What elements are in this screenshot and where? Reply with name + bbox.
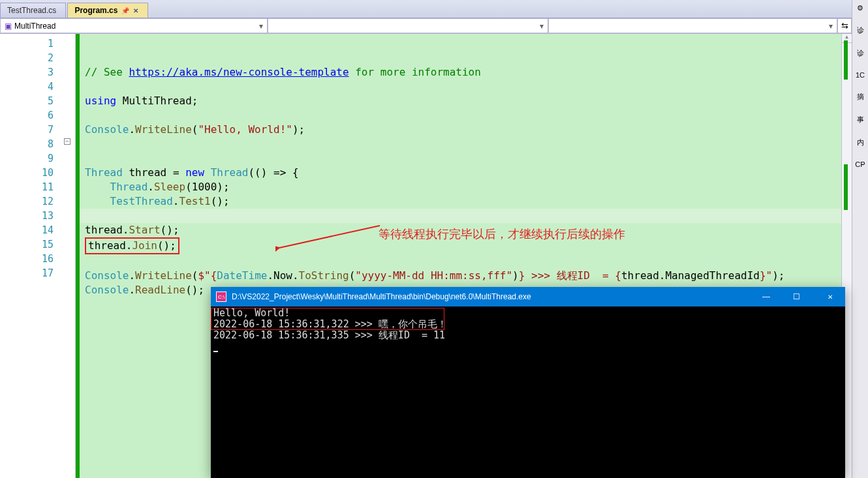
- line-number: 1: [0, 37, 54, 51]
- close-icon[interactable]: ✕: [133, 7, 138, 14]
- line-number: 12: [0, 194, 54, 209]
- line-number: 11: [0, 180, 54, 194]
- line-number: 10: [0, 166, 54, 180]
- nav-dropdown-row: ▣MultiThread▾ ▾ ▾ ⇆: [0, 18, 852, 34]
- tab-label: Program.cs: [74, 6, 117, 15]
- minimize-button[interactable]: —: [751, 287, 781, 306]
- annotation-text: 等待线程执行完毕以后，才继续执行后续的操作: [379, 227, 625, 241]
- side-tab[interactable]: 事: [857, 115, 864, 125]
- side-tab[interactable]: 诊: [857, 25, 864, 35]
- chevron-down-icon: ▾: [259, 22, 263, 31]
- chevron-down-icon: ▾: [829, 22, 833, 31]
- side-tab[interactable]: 诊: [857, 48, 864, 58]
- line-number: 14: [0, 223, 54, 237]
- line-number-gutter: 1234567891011121314151617: [0, 34, 61, 478]
- line-number: 3: [0, 65, 54, 80]
- url-link[interactable]: https://aka.ms/new-console-template: [129, 66, 349, 78]
- line-number: 17: [0, 266, 54, 280]
- line-number: 7: [0, 123, 54, 137]
- maximize-button[interactable]: ☐: [781, 287, 811, 306]
- member-dropdown[interactable]: ▾: [548, 18, 837, 33]
- highlight-box: [211, 308, 444, 330]
- type-dropdown[interactable]: ▾: [268, 18, 548, 33]
- line-number: 2: [0, 51, 54, 65]
- tab-testthread[interactable]: TestThread.cs: [0, 3, 66, 18]
- console-output[interactable]: Hello, World! 2022-06-18 15:36:31,322 >>…: [211, 306, 845, 478]
- line-number: 8: [0, 137, 54, 151]
- side-tab[interactable]: CP: [855, 160, 865, 168]
- comment: // See https://aka.ms/new-console-templa…: [85, 66, 481, 78]
- console-titlebar[interactable]: C:\ D:\VS2022_Project\Wesky\MultiThread\…: [211, 287, 845, 306]
- tab-strip: TestThread.cs Program.cs📌✕: [0, 0, 852, 18]
- change-mark: [844, 40, 848, 80]
- side-tab[interactable]: 内: [857, 138, 864, 147]
- console-window: C:\ D:\VS2022_Project\Wesky\MultiThread\…: [211, 287, 845, 478]
- tab-label: TestThread.cs: [7, 6, 56, 15]
- line-number: 16: [0, 252, 54, 266]
- console-line: 2022-06-18 15:36:31,335 >>> 线程ID = 11: [213, 329, 445, 341]
- project-name: MultiThread: [14, 22, 55, 31]
- line-number: 6: [0, 108, 54, 123]
- close-button[interactable]: ✕: [815, 287, 845, 306]
- cursor: [213, 351, 218, 352]
- line-number: 15: [0, 237, 54, 252]
- split-icon[interactable]: ⇆: [837, 18, 852, 33]
- fold-toggle[interactable]: −: [64, 138, 70, 145]
- change-mark: [844, 164, 848, 210]
- line-number: 13: [0, 209, 54, 223]
- line-number: 5: [0, 94, 54, 108]
- highlighted-statement: thread.Join();: [85, 237, 179, 254]
- app-icon: C:\: [216, 291, 226, 302]
- side-tab[interactable]: 摘: [857, 92, 864, 102]
- tab-program[interactable]: Program.cs📌✕: [67, 3, 148, 18]
- side-tab[interactable]: 1C: [856, 71, 865, 79]
- console-title: D:\VS2022_Project\Wesky\MultiThread\Mult…: [232, 292, 531, 301]
- line-number: 4: [0, 80, 54, 94]
- right-toolwindow-tabs: ⚙ 诊 诊 1C 摘 事 内 CP: [852, 0, 868, 478]
- gear-icon[interactable]: ⚙: [857, 4, 863, 12]
- line-number: 9: [0, 151, 54, 166]
- pin-icon[interactable]: 📌: [121, 7, 129, 14]
- svg-line-0: [279, 226, 380, 248]
- folding-column: −: [61, 34, 76, 478]
- project-dropdown[interactable]: ▣MultiThread▾: [0, 18, 268, 33]
- arrow-icon: [275, 219, 386, 252]
- chevron-down-icon: ▾: [540, 22, 544, 31]
